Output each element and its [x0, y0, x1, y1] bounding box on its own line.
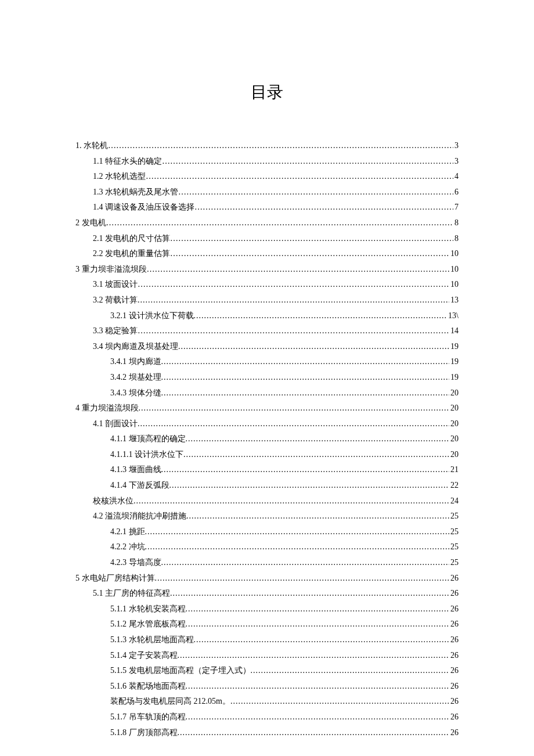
toc-entry: 1.4 调速设备及油压设备选择7 [75, 200, 459, 215]
toc-entry-page: 26 [449, 694, 459, 710]
toc-leader [194, 308, 448, 324]
toc-entry-label: 3.3 稳定验算 [93, 323, 138, 339]
toc-entry-page: 20 [449, 447, 459, 463]
toc-entry-label: 4.2.1 挑距 [110, 524, 145, 540]
toc-entry: 5.1.3 水轮机层地面高程26 [75, 632, 459, 648]
toc-entry-page: 19 [449, 354, 459, 370]
toc-entry-label: 校核洪水位 [93, 494, 134, 509]
toc-leader [134, 494, 449, 509]
toc-entry-page: 20 [449, 386, 459, 401]
toc-leader [161, 555, 450, 571]
toc-leader [251, 663, 450, 679]
toc-entry-page: 21 [449, 462, 459, 478]
toc-entry-label: 4.2.2 冲坑 [110, 539, 145, 555]
document-title: 目录 [75, 81, 459, 103]
toc-entry: 5 水电站厂房结构计算26 [75, 571, 459, 586]
toc-entry: 1.2 水轮机选型4 [75, 169, 459, 185]
toc-entry-label: 2.2 发电机的重量估算 [93, 246, 170, 262]
toc-leader [161, 462, 450, 478]
toc-entry-label: 2.1 发电机的尺寸估算 [93, 231, 170, 247]
toc-entry: 1.1 特征水头的确定3 [75, 154, 459, 170]
toc-entry-label: 5.1.4 定子安装高程 [110, 648, 178, 664]
toc-entry-page: 26 [449, 571, 459, 586]
toc-entry-label: 5.1.8 厂房顶部高程 [110, 725, 178, 741]
toc-entry-page: 3 [453, 154, 459, 170]
toc-entry-label: 1. 水轮机 [75, 138, 108, 154]
toc-leader [186, 602, 450, 617]
toc-entry: 3.3 稳定验算14 [75, 323, 459, 339]
toc-leader [108, 138, 453, 154]
toc-entry-page: 13\ [447, 308, 459, 324]
toc-leader [145, 524, 450, 540]
toc-entry-label: 5.1.1 水轮机安装高程 [110, 602, 186, 617]
toc-entry-page: 25 [449, 555, 459, 571]
toc-leader [106, 215, 454, 231]
toc-leader [138, 416, 449, 432]
toc-entry-page: 25 [449, 539, 459, 555]
toc-entry: 5.1 主厂房的特征高程26 [75, 586, 459, 602]
toc-entry: 4.2.1 挑距25 [75, 524, 459, 540]
toc-entry: 5.1.7 吊车轨顶的高程26 [75, 710, 459, 725]
toc-entry-page: 26 [449, 617, 459, 632]
toc-entry: 4.2.3 导墙高度25 [75, 555, 459, 571]
toc-entry: 3.4 坝内廊道及坝基处理19 [75, 339, 459, 355]
toc-leader [230, 694, 449, 710]
toc-entry-page: 8 [453, 215, 459, 231]
toc-entry-page: 6 [453, 185, 459, 200]
toc-entry-label: 3.1 坡面设计 [93, 277, 138, 293]
toc-entry-page: 26 [449, 632, 459, 648]
toc-entry: 3.2 荷载计算13 [75, 293, 459, 308]
toc-leader [139, 401, 450, 416]
toc-entry-label: 装配场与发电机层同高 212.05m。 [110, 694, 230, 710]
toc-leader [147, 262, 450, 278]
toc-entry: 4.1.3 堰面曲线21 [75, 462, 459, 478]
toc-entry-label: 1.2 水轮机选型 [93, 169, 146, 185]
toc-leader [178, 648, 450, 664]
toc-entry-page: 20 [449, 401, 459, 416]
toc-entry-page: 14 [449, 323, 459, 339]
toc-entry-page: 26 [449, 725, 459, 741]
toc-entry-label: 3 重力坝非溢流坝段 [75, 262, 147, 278]
toc-entry-page: 4 [453, 169, 459, 185]
toc-entry: 3.4.2 坝基处理19 [75, 370, 459, 386]
toc-entry: 1.3 水轮机蜗壳及尾水管6 [75, 185, 459, 200]
toc-entry-label: 5.1.7 吊车轨顶的高程 [110, 710, 186, 725]
toc-entry-page: 26 [449, 586, 459, 602]
toc-entry-label: 4.1.3 堰面曲线 [110, 462, 161, 478]
toc-leader [186, 617, 450, 632]
toc-entry-label: 5.1 主厂房的特征高程 [93, 586, 170, 602]
toc-entry-page: 25 [449, 509, 459, 524]
toc-entry-label: 4.2 溢流坝消能抗冲刷措施 [93, 509, 186, 524]
toc-leader [138, 323, 449, 339]
toc-entry: 装配场与发电机层同高 212.05m。26 [75, 694, 459, 710]
toc-leader [138, 293, 449, 308]
toc-entry-page: 26 [449, 679, 459, 694]
toc-entry-label: 3.4.2 坝基处理 [110, 370, 161, 386]
toc-entry: 2.1 发电机的尺寸估算8 [75, 231, 459, 247]
toc-leader [178, 339, 449, 355]
toc-entry-label: 5.1.3 水轮机层地面高程 [110, 632, 194, 648]
toc-entry-label: 4.1.4 下游反弧段 [110, 478, 169, 494]
toc-leader [186, 679, 450, 694]
toc-entry: 4.1 剖面设计20 [75, 416, 459, 432]
toc-entry-label: 4.1.1.1 设计洪水位下 [110, 447, 183, 463]
toc-entry: 5.1.8 厂房顶部高程26 [75, 725, 459, 741]
toc-leader [169, 478, 450, 494]
toc-leader [170, 246, 449, 262]
toc-entry: 4 重力坝溢流坝段20 [75, 401, 459, 416]
toc-leader [162, 154, 453, 170]
toc-leader [146, 169, 453, 185]
toc-entry: 3.4.1 坝内廊道19 [75, 354, 459, 370]
toc-entry: 校核洪水位24 [75, 494, 459, 509]
toc-entry-page: 20 [449, 416, 459, 432]
toc-entry: 4.1.1 堰顶高程的确定20 [75, 431, 459, 447]
toc-entry-label: 3.4 坝内廊道及坝基处理 [93, 339, 178, 355]
toc-entry-page: 10 [449, 246, 459, 262]
table-of-contents: 1. 水轮机31.1 特征水头的确定31.2 水轮机选型41.3 水轮机蜗壳及尾… [75, 138, 459, 740]
toc-entry-page: 26 [449, 648, 459, 664]
toc-entry-page: 25 [449, 524, 459, 540]
toc-entry-page: 26 [449, 663, 459, 679]
toc-leader [186, 710, 450, 725]
toc-entry-label: 5.1.5 发电机层地面高程（定子埋入式） [110, 663, 251, 679]
toc-entry-page: 19 [449, 339, 459, 355]
